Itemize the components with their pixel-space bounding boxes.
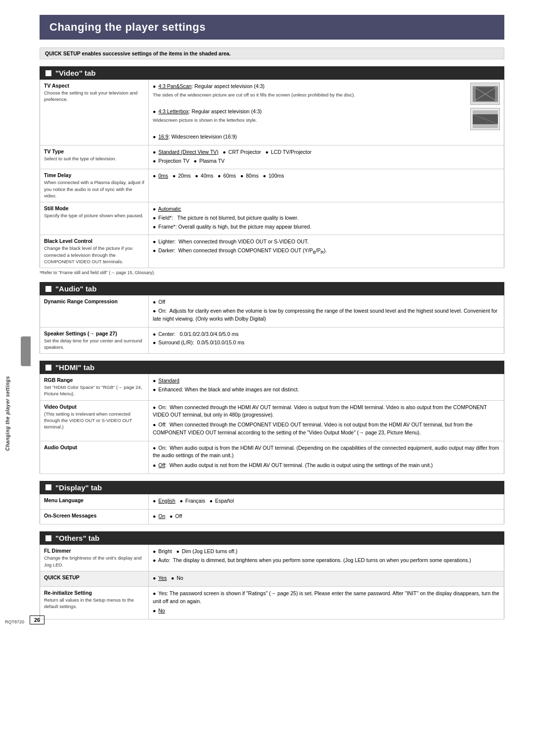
table-row: Time Delay When connected with a Plasma …: [40, 169, 504, 202]
table-row: TV Type Select to suit the type of telev…: [40, 145, 504, 169]
table-row: Audio Output ● On: When audio output is …: [40, 441, 504, 473]
video-output-desc: (This setting is irrelevant when connect…: [44, 411, 144, 430]
tv-type-title: TV Type: [44, 148, 144, 154]
speaker-settings-desc: Set the delay time for your center and s…: [44, 337, 144, 351]
table-row: QUICK SETUP ● Yes ● No: [40, 571, 504, 587]
rgb-range-title: RGB Range: [44, 377, 144, 383]
on-screen-messages-title: On-Screen Messages: [44, 513, 144, 519]
section-square-icon: [45, 286, 51, 292]
drc-title: Dynamic Range Compression: [44, 298, 144, 304]
menu-language-title: Menu Language: [44, 497, 144, 503]
video-output-title: Video Output: [44, 404, 144, 410]
video-tab-header: "Video" tab: [40, 66, 504, 80]
section-square-icon: [45, 365, 51, 371]
fl-dimmer-title: FL Dimmer: [44, 548, 144, 554]
table-row: Black Level Control Change the black lev…: [40, 235, 504, 268]
quick-setup-title: QUICK SETUP: [44, 574, 144, 580]
quick-setup-note: QUICK SETUP enables successive settings …: [40, 47, 504, 59]
speaker-settings-title: Speaker Settings (→ page 27): [44, 331, 144, 336]
table-row: FL Dimmer Change the brightness of the u…: [40, 545, 504, 571]
table-row: Dynamic Range Compression ● Off ● On: Ad…: [40, 295, 504, 327]
black-level-desc: Change the black level of the picture if…: [44, 245, 144, 265]
display-tab-header: "Display" tab: [40, 481, 504, 494]
others-tab-table: FL Dimmer Change the brightness of the u…: [40, 545, 504, 619]
section-square-icon: [45, 70, 51, 76]
display-tab-table: Menu Language ● English ● Français ● Esp…: [40, 494, 504, 525]
page-number: 26: [30, 615, 44, 624]
reinitialize-title: Re-initialize Setting: [44, 590, 144, 596]
page-title: Changing the player settings: [40, 15, 504, 40]
side-label: Changing the player settings: [5, 376, 10, 451]
tv-aspect-title: TV Aspect: [44, 83, 144, 89]
tv-aspect-image2: [470, 108, 500, 130]
table-row: Speaker Settings (→ page 27) Set the del…: [40, 327, 504, 354]
table-row: Re-initialize Setting Return all values …: [40, 586, 504, 619]
table-row: Still Mode Specify the type of picture s…: [40, 202, 504, 235]
video-footnote: *Refer to "Frame still and field still" …: [40, 270, 504, 275]
tv-aspect-image1: [470, 83, 500, 105]
hdmi-tab-table: RGB Range Set "HDMI Color Space" to "RGB…: [40, 374, 504, 474]
video-tab-table: TV Aspect Choose the setting to suit you…: [40, 80, 504, 268]
still-mode-title: Still Mode: [44, 205, 144, 211]
page: Changing the player settings QUICK SETUP…: [0, 0, 534, 634]
black-level-title: Black Level Control: [44, 238, 144, 244]
table-row: On-Screen Messages ● On ● Off: [40, 509, 504, 524]
others-tab-header: "Others" tab: [40, 531, 504, 545]
audio-output-title: Audio Output: [44, 444, 144, 450]
rgb-range-desc: Set "HDMI Color Space" to "RGB" (→ page …: [44, 384, 144, 397]
still-mode-desc: Specify the type of picture shown when p…: [44, 212, 144, 219]
table-row: Video Output (This setting is irrelevant…: [40, 400, 504, 441]
time-delay-desc: When connected with a Plasma display, ad…: [44, 179, 144, 199]
fl-dimmer-desc: Change the brightness of the unit's disp…: [44, 555, 144, 568]
side-tab-decoration: [21, 336, 31, 366]
time-delay-title: Time Delay: [44, 172, 144, 178]
hdmi-tab-header: "HDMI" tab: [40, 361, 504, 374]
doc-number: RQT8720: [5, 619, 24, 624]
table-row: Menu Language ● English ● Français ● Esp…: [40, 494, 504, 509]
audio-tab-table: Dynamic Range Compression ● Off ● On: Ad…: [40, 295, 504, 354]
tv-aspect-desc: Choose the setting to suit your televisi…: [44, 90, 144, 103]
reinitialize-desc: Return all values in the Setup menus to …: [44, 597, 144, 610]
table-row: TV Aspect Choose the setting to suit you…: [40, 80, 504, 145]
section-square-icon: [45, 484, 51, 490]
audio-tab-header: "Audio" tab: [40, 282, 504, 295]
tv-type-desc: Select to suit the type of television.: [44, 155, 144, 162]
table-row: RGB Range Set "HDMI Color Space" to "RGB…: [40, 374, 504, 400]
section-square-icon: [45, 535, 51, 541]
